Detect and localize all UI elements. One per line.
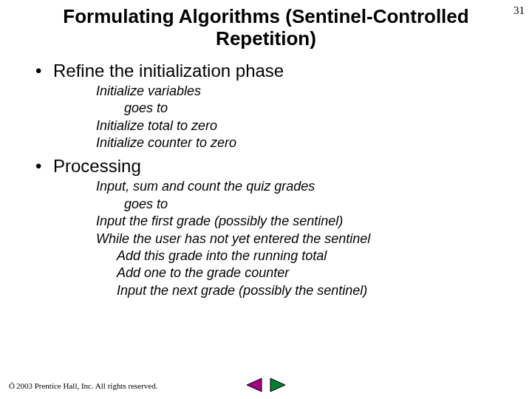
prev-button[interactable] bbox=[244, 377, 263, 393]
pseudocode-line: While the user has not yet entered the s… bbox=[96, 231, 502, 248]
pseudocode-line: Input the first grade (possibly the sent… bbox=[96, 213, 502, 230]
pseudocode-line: Initialize variables bbox=[96, 83, 502, 100]
bullet-dot: • bbox=[35, 156, 53, 177]
pseudocode-line: Input the next grade (possibly the senti… bbox=[96, 282, 502, 299]
bullet-2-label: Processing bbox=[53, 156, 141, 177]
nav-buttons bbox=[244, 377, 288, 393]
page-number: 31 bbox=[514, 4, 525, 17]
pseudocode-line: Initialize counter to zero bbox=[96, 134, 502, 151]
bullet-2: • Processing bbox=[35, 156, 502, 177]
bullet-2-sub: Input, sum and count the quiz grades goe… bbox=[96, 178, 502, 299]
svg-marker-0 bbox=[247, 378, 262, 392]
bullet-1-label: Refine the initialization phase bbox=[53, 61, 284, 81]
next-button[interactable] bbox=[269, 377, 288, 393]
bullet-1: • Refine the initialization phase bbox=[35, 61, 502, 81]
pseudocode-line: goes to bbox=[96, 196, 502, 213]
slide-body: Formulating Algorithms (Sentinel-Control… bbox=[0, 0, 532, 299]
triangle-right-icon bbox=[269, 377, 288, 393]
bullet-dot: • bbox=[35, 61, 53, 81]
copyright-symbol: Ó bbox=[9, 381, 15, 390]
copyright-text: 2003 Prentice Hall, Inc. All rights rese… bbox=[16, 381, 158, 390]
bullet-1-sub: Initialize variables goes to Initialize … bbox=[96, 83, 502, 152]
pseudocode-line: Input, sum and count the quiz grades bbox=[96, 178, 502, 195]
copyright-footer: Ó 2003 Prentice Hall, Inc. All rights re… bbox=[9, 381, 158, 390]
svg-marker-1 bbox=[270, 378, 285, 392]
pseudocode-line: Initialize total to zero bbox=[96, 117, 502, 134]
pseudocode-line: Add one to the grade counter bbox=[96, 265, 502, 282]
pseudocode-line: goes to bbox=[96, 100, 502, 117]
slide-title: Formulating Algorithms (Sentinel-Control… bbox=[30, 6, 502, 50]
triangle-left-icon bbox=[244, 377, 263, 393]
pseudocode-line: Add this grade into the running total bbox=[96, 248, 502, 265]
